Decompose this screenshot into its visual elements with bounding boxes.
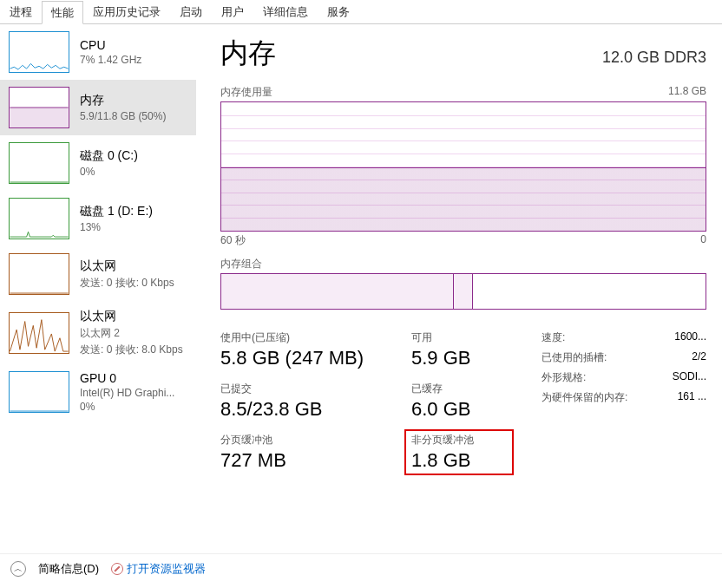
sidebar-item-0[interactable]: CPU7% 1.42 GHz bbox=[0, 24, 196, 80]
sidebar-item-sub2: Intel(R) HD Graphi... bbox=[80, 387, 174, 399]
stat-cached: 已缓存 6.0 GB bbox=[411, 382, 507, 421]
sidebar-item-sub: 发送: 0 接收: 0 Kbps bbox=[80, 276, 174, 291]
sidebar-item-sub: 0% bbox=[80, 166, 138, 178]
sidebar-thumb-icon bbox=[9, 253, 69, 295]
stat-available: 可用 5.9 GB bbox=[411, 330, 507, 369]
spec-row: 外形规格:SODI... bbox=[542, 370, 706, 385]
sidebar-item-5[interactable]: 以太网以太网 2发送: 0 接收: 8.0 Kbps bbox=[0, 302, 196, 364]
stat-paged-pool: 分页缓冲池 727 MB bbox=[220, 433, 411, 472]
sidebar-item-title: 磁盘 1 (D: E:) bbox=[80, 204, 153, 219]
svg-rect-0 bbox=[10, 108, 68, 127]
footer: ︿ 简略信息(D) 打开资源监视器 bbox=[0, 553, 722, 584]
sidebar-item-sub: 13% bbox=[80, 221, 153, 233]
sidebar-item-title: 磁盘 0 (C:) bbox=[80, 148, 138, 164]
tab-bar: 进程性能应用历史记录启动用户详细信息服务 bbox=[0, 0, 722, 24]
tab-4[interactable]: 用户 bbox=[212, 0, 253, 23]
sidebar-thumb-icon bbox=[9, 142, 69, 184]
sidebar-item-title: 以太网 bbox=[80, 309, 183, 324]
spec-row: 速度:1600... bbox=[542, 330, 706, 345]
composition-bar bbox=[220, 273, 706, 310]
open-resource-monitor-link[interactable]: 打开资源监视器 bbox=[111, 561, 206, 577]
detail-title: 内存 bbox=[220, 35, 276, 73]
sidebar-item-title: 内存 bbox=[80, 93, 166, 108]
tab-2[interactable]: 应用历史记录 bbox=[83, 0, 170, 23]
brief-info-button[interactable]: 简略信息(D) bbox=[38, 561, 99, 577]
usage-graph bbox=[220, 101, 706, 232]
comp-segment bbox=[473, 274, 706, 309]
sidebar-thumb-icon bbox=[9, 87, 69, 128]
sidebar-thumb-icon bbox=[9, 312, 69, 354]
composition-label: 内存组合 bbox=[220, 257, 706, 271]
usage-max: 11.8 GB bbox=[668, 85, 706, 100]
chevron-up-icon[interactable]: ︿ bbox=[10, 561, 26, 577]
comp-segment bbox=[221, 274, 454, 309]
detail-pane: 内存 12.0 GB DDR3 内存使用量 11.8 GB 60 秒 0 bbox=[196, 24, 722, 553]
sidebar-item-title: CPU bbox=[80, 38, 141, 52]
sidebar: CPU7% 1.42 GHz内存5.9/11.8 GB (50%)磁盘 0 (C… bbox=[0, 24, 196, 553]
spec-row: 为硬件保留的内存:161 ... bbox=[542, 390, 706, 405]
sidebar-item-sub: 5.9/11.8 GB (50%) bbox=[80, 110, 166, 122]
sidebar-item-1[interactable]: 内存5.9/11.8 GB (50%) bbox=[0, 80, 196, 135]
sidebar-item-sub: 发送: 0 接收: 8.0 Kbps bbox=[80, 343, 183, 357]
compass-icon bbox=[111, 563, 123, 575]
tab-3[interactable]: 启动 bbox=[170, 0, 212, 23]
sidebar-item-3[interactable]: 磁盘 1 (D: E:)13% bbox=[0, 191, 196, 246]
sidebar-item-title: 以太网 bbox=[80, 258, 174, 274]
stats-right: 速度:1600...已使用的插槽:2/2外形规格:SODI...为硬件保留的内存… bbox=[542, 330, 706, 472]
memory-spec: 12.0 GB DDR3 bbox=[602, 49, 706, 67]
sidebar-item-4[interactable]: 以太网发送: 0 接收: 0 Kbps bbox=[0, 246, 196, 302]
sidebar-thumb-icon bbox=[9, 198, 69, 239]
usage-label: 内存使用量 bbox=[220, 85, 272, 100]
sidebar-thumb-icon bbox=[9, 371, 69, 413]
sidebar-item-sub2: 以太网 2 bbox=[80, 326, 183, 341]
sidebar-item-sub: 7% 1.42 GHz bbox=[80, 54, 141, 66]
sidebar-item-title: GPU 0 bbox=[80, 371, 174, 385]
sidebar-item-6[interactable]: GPU 0Intel(R) HD Graphi...0% bbox=[0, 364, 196, 420]
x-right: 0 bbox=[700, 233, 706, 248]
sidebar-thumb-icon bbox=[9, 31, 69, 73]
sidebar-item-2[interactable]: 磁盘 0 (C:)0% bbox=[0, 135, 196, 191]
stat-in-use: 使用中(已压缩) 5.8 GB (247 MB) bbox=[220, 330, 411, 369]
tab-1[interactable]: 性能 bbox=[42, 1, 83, 24]
spec-row: 已使用的插槽:2/2 bbox=[542, 350, 706, 365]
tab-6[interactable]: 服务 bbox=[318, 0, 359, 23]
x-left: 60 秒 bbox=[220, 233, 246, 248]
stat-nonpaged-pool: 非分页缓冲池 1.8 GB bbox=[404, 429, 514, 475]
tab-5[interactable]: 详细信息 bbox=[253, 0, 318, 23]
sidebar-item-sub: 0% bbox=[80, 401, 174, 413]
tab-0[interactable]: 进程 bbox=[0, 0, 42, 23]
stat-committed: 已提交 8.5/23.8 GB bbox=[220, 382, 411, 421]
comp-segment bbox=[454, 274, 473, 309]
